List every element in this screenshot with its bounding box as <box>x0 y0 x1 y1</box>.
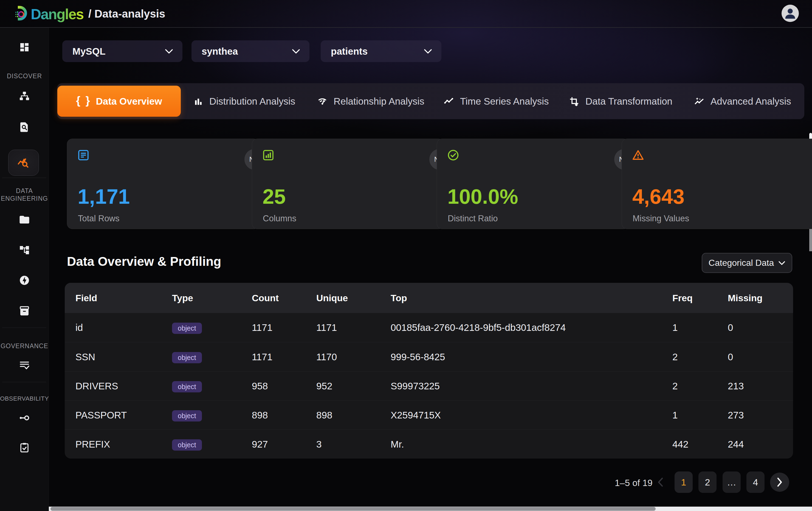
app-header: Dangles / Data-analysis <box>0 0 812 28</box>
folder-icon <box>19 214 30 225</box>
key-link-icon <box>19 412 30 424</box>
chevron-left-icon[interactable] <box>657 477 663 487</box>
query-stats-icon <box>17 156 30 169</box>
column-header-type: Type <box>172 283 193 313</box>
column-header-freq: Freq <box>672 283 693 313</box>
pagination-range: 1–5 of 19 <box>615 478 652 488</box>
article-icon <box>77 149 90 161</box>
document-search-icon <box>19 122 30 133</box>
sidebar-item-data-discovery[interactable] <box>0 122 49 133</box>
chevron-down-icon <box>424 49 432 54</box>
stat-card-columns: 25 Columns N/A <box>252 139 444 229</box>
stat-value: 25 <box>263 185 286 208</box>
clipboard-check-icon <box>19 441 30 454</box>
column-header-field: Field <box>76 283 97 313</box>
network-check-icon <box>317 96 327 107</box>
horizontal-scrollbar-thumb[interactable] <box>51 507 656 511</box>
type-badge: object <box>172 381 202 393</box>
column-header-missing: Missing <box>728 283 763 313</box>
checklist-icon <box>19 359 30 371</box>
braces-icon: { } <box>76 95 91 107</box>
page-button-4[interactable]: 4 <box>747 472 764 493</box>
table-select[interactable]: patients <box>321 41 441 62</box>
table-row[interactable]: PREFIX object 927 3 Mr. 442 244 <box>65 429 793 459</box>
sidebar-section-observability: OBSERVABILITY <box>0 395 49 403</box>
table-row[interactable]: PASSPORT object 898 898 X2594715X 1 273 <box>65 400 793 429</box>
stat-value: 1,171 <box>78 185 130 208</box>
sidebar-section-data-engineering: DATA ENGINEERING <box>0 187 49 203</box>
chevron-down-icon <box>292 49 300 54</box>
sidebar-item-storage[interactable] <box>0 305 49 316</box>
table-header-row: Field Type Count Unique Top Freq Missing <box>65 283 793 313</box>
page-button-1[interactable]: 1 <box>674 472 693 493</box>
type-badge: object <box>172 352 202 363</box>
tab-advanced-analysis[interactable]: Advanced Analysis <box>694 83 791 119</box>
stat-card-missing-values: 4,643 Missing Values <box>621 139 812 229</box>
bar-chart-square-icon <box>262 149 274 161</box>
database-select[interactable]: synthea <box>192 41 310 62</box>
archive-box-icon <box>19 305 30 316</box>
chevron-down-icon <box>778 261 785 265</box>
stat-value: 100.0% <box>447 185 518 208</box>
user-avatar-icon <box>782 5 799 22</box>
table-select-value: patients <box>331 46 368 57</box>
sidebar-item-data-catalog[interactable] <box>0 90 49 102</box>
account-tree-icon <box>19 245 30 255</box>
data-category-dropdown[interactable]: Categorical Data <box>702 253 792 273</box>
stat-card-distinct-ratio: 100.0% Distinct Ratio N/A <box>437 139 629 229</box>
stat-label: Total Rows <box>78 214 120 223</box>
sidebar-item-policies[interactable] <box>0 359 49 371</box>
profiling-table: Field Type Count Unique Top Freq Missing… <box>65 283 793 459</box>
column-header-top: Top <box>390 283 407 313</box>
stat-card-total-rows: 1,171 Total Rows N/A <box>67 139 259 229</box>
breadcrumb: / Data-analysis <box>88 8 165 20</box>
trending-line-icon <box>443 96 454 107</box>
sidebar-item-data-analysis-active[interactable] <box>8 150 39 176</box>
sidebar-item-monitoring[interactable] <box>0 412 49 424</box>
column-header-count: Count <box>252 283 279 313</box>
sidebar-section-discover: DISCOVER <box>0 72 49 80</box>
sidebar-item-audits[interactable] <box>0 441 49 454</box>
stat-label: Missing Values <box>633 214 689 223</box>
type-badge: object <box>172 410 202 422</box>
tab-relationship-analysis[interactable]: Relationship Analysis <box>317 83 425 119</box>
stat-label: Columns <box>263 214 296 223</box>
tab-distribution-analysis[interactable]: Distribution Analysis <box>194 83 295 119</box>
column-header-unique: Unique <box>316 283 348 313</box>
table-row[interactable]: DRIVERS object 958 952 S99973225 2 213 <box>65 371 793 400</box>
analysis-tabs: { } Data Overview Distribution Analysis … <box>57 83 804 119</box>
bolt-circle-icon <box>19 275 30 286</box>
chevron-down-icon <box>165 49 173 54</box>
next-page-button[interactable] <box>770 473 789 492</box>
tab-data-overview[interactable]: { } Data Overview <box>57 86 181 117</box>
sidebar-section-governance: GOVERNANCE <box>0 342 49 350</box>
logo-wordmark[interactable]: Dangles <box>31 6 83 23</box>
chevron-right-icon <box>777 478 782 487</box>
sidebar-divider <box>2 178 46 178</box>
bar-chart-icon <box>194 97 203 106</box>
source-select[interactable]: MySQL <box>62 41 182 62</box>
sidebar-item-dashboard[interactable] <box>0 42 49 53</box>
tab-time-series-analysis[interactable]: Time Series Analysis <box>443 83 549 119</box>
sidebar-item-pipelines[interactable] <box>0 245 49 255</box>
app-window: Dangles / Data-analysis DISCOVER <box>0 0 812 511</box>
table-row[interactable]: id object 1171 1171 00185faa-2760-4218-9… <box>65 313 793 342</box>
crop-transform-icon <box>569 96 579 107</box>
avatar[interactable] <box>782 5 799 22</box>
dangles-logo-icon[interactable] <box>16 4 29 22</box>
warning-triangle-icon <box>632 149 644 161</box>
horizontal-scrollbar-track[interactable] <box>49 507 812 511</box>
source-select-value: MySQL <box>72 46 106 57</box>
stat-value: 4,643 <box>632 185 685 208</box>
table-row[interactable]: SSN object 1171 1170 999-56-8425 2 0 <box>65 342 793 371</box>
type-badge: object <box>172 323 202 334</box>
page-button-ellipsis[interactable]: … <box>723 472 741 493</box>
dashboard-icon <box>19 42 30 53</box>
sidebar-item-jobs[interactable] <box>0 275 49 286</box>
page-button-2[interactable]: 2 <box>698 472 717 493</box>
sidebar-item-files[interactable] <box>0 214 49 225</box>
page-title: Data Overview & Profiling <box>67 254 221 269</box>
type-badge: object <box>172 439 202 451</box>
tab-data-transformation[interactable]: Data Transformation <box>569 83 672 119</box>
auto-graph-icon <box>694 96 704 107</box>
